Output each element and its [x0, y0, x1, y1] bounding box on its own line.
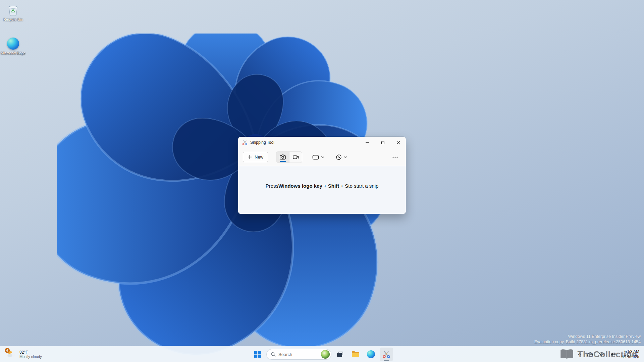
notification-badge: 4	[5, 348, 10, 353]
desktop-icon-recycle-bin[interactable]: Recycle Bin	[0, 4, 26, 22]
desktop-icon-label: Recycle Bin	[3, 17, 23, 22]
shortcut-hint-prefix: Press	[266, 183, 278, 189]
minimize-icon	[366, 142, 369, 143]
speaker-icon	[610, 352, 616, 357]
task-view-button[interactable]	[333, 348, 347, 361]
rectangle-mode-icon	[312, 155, 319, 160]
cloud-icon	[587, 352, 593, 357]
shortcut-hint-keys: Windows logo key + Shift + S	[278, 183, 348, 189]
wifi-icon	[599, 352, 605, 357]
task-view-icon	[336, 351, 344, 358]
file-explorer-button[interactable]	[349, 348, 362, 361]
search-daily-image[interactable]	[321, 350, 330, 359]
chevron-down-icon	[321, 156, 324, 158]
build-watermark: Windows 11 Enterprise Insider Preview Ev…	[534, 334, 641, 345]
ellipsis-icon	[392, 157, 398, 158]
desktop-icon-microsoft-edge[interactable]: Microsoft Edge	[0, 38, 26, 55]
snip-shape-dropdown[interactable]	[311, 153, 326, 162]
close-icon	[396, 141, 400, 144]
volume-tray-button[interactable]	[608, 348, 618, 360]
snip-toolbar: New	[238, 148, 406, 166]
window-titlebar[interactable]: Snipping Tool	[238, 137, 406, 148]
snip-body: Press Windows logo key + Shift + S to st…	[238, 166, 406, 214]
camera-icon	[279, 154, 286, 161]
clock-button[interactable]: 5:53 AM 6/14/2025	[622, 349, 639, 359]
edge-taskbar-button[interactable]	[364, 348, 378, 361]
snipping-tool-icon	[382, 350, 390, 358]
weather-widget-button[interactable]: 4 82°F Mostly cloudy	[3, 346, 45, 362]
start-button[interactable]	[251, 348, 264, 361]
network-tray-button[interactable]	[597, 348, 607, 360]
clock-icon	[336, 154, 342, 160]
more-options-button[interactable]	[389, 154, 401, 161]
maximize-icon	[381, 141, 384, 144]
video-camera-icon	[292, 154, 299, 161]
build-watermark-line1: Windows 11 Enterprise Insider Preview	[534, 334, 641, 339]
shortcut-hint-suffix: to start a snip	[348, 183, 378, 189]
onedrive-tray-button[interactable]	[585, 348, 595, 360]
desktop-icon-label: Microsoft Edge	[1, 51, 25, 55]
clock-date: 6/14/2025	[622, 354, 639, 359]
snip-delay-dropdown[interactable]	[334, 152, 348, 162]
clock-time: 5:53 AM	[622, 349, 639, 354]
tray-overflow-button[interactable]	[575, 348, 583, 360]
selected-mode-indicator	[280, 161, 286, 162]
edge-icon	[367, 350, 375, 358]
search-icon	[271, 352, 276, 357]
edge-icon	[7, 38, 19, 50]
plus-icon	[248, 155, 252, 159]
video-mode-button[interactable]	[289, 152, 302, 163]
taskbar: 4 82°F Mostly cloudy	[0, 346, 644, 362]
build-watermark-line2: Evaluation copy. Build 27881.rs_prerelea…	[534, 339, 641, 345]
recycle-bin-icon	[8, 4, 18, 16]
new-snip-button[interactable]: New	[243, 152, 268, 162]
weather-temperature: 82°F	[19, 350, 42, 355]
minimize-button[interactable]	[360, 137, 375, 148]
maximize-button[interactable]	[375, 137, 390, 148]
weather-condition: Mostly cloudy	[19, 355, 42, 359]
chevron-up-icon	[577, 353, 581, 356]
screenshot-mode-button[interactable]	[276, 152, 289, 163]
chevron-down-icon	[344, 156, 347, 158]
new-snip-label: New	[255, 155, 263, 160]
close-button[interactable]	[390, 137, 406, 148]
active-app-indicator	[384, 360, 389, 361]
window-title: Snipping Tool	[250, 140, 274, 145]
snipping-tool-app-icon	[242, 140, 248, 145]
taskbar-search[interactable]	[266, 349, 331, 360]
folder-icon	[352, 351, 360, 358]
search-input[interactable]	[278, 352, 318, 357]
windows-logo-icon	[254, 351, 261, 358]
capture-mode-toggle	[276, 152, 302, 163]
snipping-tool-window: Snipping Tool New	[238, 137, 406, 214]
snipping-tool-taskbar-button[interactable]	[380, 348, 393, 361]
